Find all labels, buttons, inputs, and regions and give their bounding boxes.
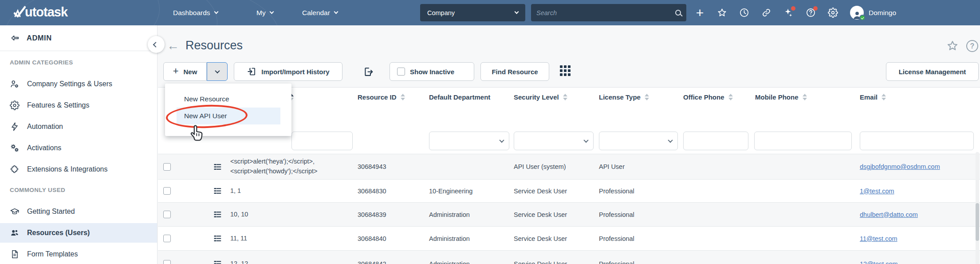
gears-icon	[10, 143, 20, 153]
license-type: API User	[596, 163, 681, 170]
resource-name: 12, 12	[226, 259, 355, 264]
sidebar-item-label: Resources (Users)	[27, 229, 90, 237]
page-help-icon[interactable]: ?	[966, 40, 978, 52]
search-input[interactable]	[536, 9, 672, 16]
sidebar-item-resources-users[interactable]: Resources (Users)	[0, 223, 157, 243]
chevron-down-icon	[269, 10, 274, 14]
show-inactive-checkbox[interactable]	[397, 68, 405, 76]
sidebar-item-form-templates[interactable]: Form Templates	[0, 244, 157, 264]
column-header-office-phone[interactable]: Office Phone	[681, 93, 752, 101]
column-header-resource-id[interactable]: Resource ID	[355, 93, 426, 101]
sort-indicator[interactable]	[563, 94, 567, 100]
nav-menu-my[interactable]: My	[256, 0, 273, 25]
search-icon[interactable]	[675, 10, 681, 16]
sidebar-item-getting-started[interactable]: Getting Started	[0, 202, 157, 221]
chevron-down-icon	[214, 10, 218, 14]
add-icon[interactable]: +	[695, 8, 705, 18]
sidebar-item-features-settings[interactable]: Features & Settings	[0, 96, 157, 115]
nav-menu-calendar[interactable]: Calendar	[302, 0, 338, 25]
name-filter-input[interactable]	[291, 132, 353, 150]
row-context-menu-icon[interactable]	[213, 187, 222, 195]
email-filter-input[interactable]	[860, 132, 974, 150]
column-header-mobile-phone[interactable]: Mobile Phone	[752, 93, 857, 101]
office-phone-filter-input[interactable]	[683, 132, 748, 150]
mobile-phone-filter-input[interactable]	[754, 132, 852, 150]
autotask-logo[interactable]: utotask	[12, 4, 67, 20]
links-icon[interactable]	[761, 8, 771, 18]
column-header-security-level[interactable]: Security Level	[511, 93, 596, 101]
history-clock-icon[interactable]	[739, 8, 749, 18]
sidebar-item-activations[interactable]: Activations	[0, 138, 157, 158]
sidebar-item-company-settings-users[interactable]: Company Settings & Users	[0, 74, 157, 94]
sidebar-header-admin[interactable]: ADMIN	[0, 25, 157, 51]
puzzle-icon	[10, 164, 20, 174]
logo-check-icon	[12, 4, 27, 20]
company-select-label: Company	[427, 9, 455, 16]
sidebar-collapse-button[interactable]	[148, 36, 165, 53]
security-level: Service Desk User	[511, 211, 596, 218]
menu-item-new-resource[interactable]: New Resource	[165, 91, 291, 108]
column-header-license-type[interactable]: License Type	[596, 93, 681, 101]
row-context-menu-icon[interactable]	[213, 210, 222, 219]
sidebar-item-extensions-integrations[interactable]: Extensions & Integrations	[0, 160, 157, 179]
row-checkbox[interactable]	[163, 260, 171, 264]
favorite-page-star-icon[interactable]	[946, 40, 959, 54]
column-chooser-grid-icon[interactable]	[560, 65, 571, 76]
nav-menu-dashboards[interactable]: Dashboards	[173, 0, 218, 25]
export-button[interactable]	[363, 66, 374, 79]
resource-id: 30684830	[355, 188, 426, 195]
row-checkbox[interactable]	[163, 187, 171, 195]
sort-indicator[interactable]	[803, 94, 807, 100]
page-back-arrow[interactable]: ←	[167, 39, 179, 53]
chevron-down-icon	[215, 68, 220, 73]
email-link[interactable]: 1@test.com	[860, 188, 894, 195]
favorites-star-icon[interactable]	[717, 8, 727, 18]
copilot-sparkle-icon[interactable]	[783, 8, 794, 18]
security-level-filter-select[interactable]	[514, 132, 594, 150]
user-avatar[interactable]	[850, 6, 864, 20]
column-header-default-department[interactable]: Default Department	[426, 93, 511, 101]
default-department-filter-select[interactable]	[429, 132, 509, 150]
new-button[interactable]: + New	[163, 62, 207, 81]
license-type: Professional	[596, 188, 681, 195]
email-link[interactable]: 12@test.com	[860, 260, 898, 264]
license-type-filter-select[interactable]	[599, 132, 678, 150]
sidebar-item-label: Features & Settings	[27, 101, 90, 109]
sidebar-item-automation[interactable]: Automation	[0, 117, 157, 136]
security-level: Service Desk User	[511, 235, 596, 242]
row-context-menu-icon[interactable]	[213, 163, 222, 171]
resource-name: <script>alert('heya');</script>, <script…	[226, 157, 355, 176]
email-link[interactable]: dhulbert@datto.com	[860, 211, 918, 218]
row-context-menu-icon[interactable]	[213, 234, 222, 243]
find-resource-label: Find Resource	[492, 68, 538, 76]
gear-icon	[10, 100, 20, 110]
user-name[interactable]: Domingo	[869, 9, 896, 17]
row-checkbox[interactable]	[163, 211, 171, 218]
table-scrollbar-thumb[interactable]	[976, 203, 979, 241]
license-management-button[interactable]: License Management	[886, 62, 979, 81]
email-link[interactable]: dsgjbofdgnmo@osdnm.com	[860, 163, 940, 170]
settings-gear-icon[interactable]	[828, 8, 838, 18]
sort-indicator[interactable]	[401, 94, 405, 100]
new-dropdown-toggle[interactable]	[207, 62, 228, 81]
row-checkbox[interactable]	[163, 235, 171, 242]
company-search-category-select[interactable]: Company	[420, 4, 525, 21]
find-resource-button[interactable]: Find Resource	[480, 62, 549, 81]
help-icon[interactable]	[806, 8, 816, 18]
row-context-menu-icon[interactable]	[213, 260, 222, 264]
email-link[interactable]: 11@test.com	[860, 235, 897, 242]
table-row: 1, 1 30684830 10-Engineering Service Des…	[158, 179, 980, 202]
logo-text: utotask	[25, 5, 67, 20]
export-icon	[363, 66, 374, 77]
sort-indicator[interactable]	[882, 94, 886, 100]
back-arrow-icon	[10, 33, 20, 43]
sort-indicator[interactable]	[728, 94, 733, 100]
menu-item-new-api-user[interactable]: New API User	[177, 108, 280, 124]
show-inactive-toggle[interactable]: Show Inactive	[390, 62, 474, 81]
column-header-email[interactable]: Email	[857, 93, 980, 101]
navbar-icon-row: + Domingo	[695, 0, 896, 25]
sort-indicator[interactable]	[645, 94, 649, 100]
row-checkbox[interactable]	[163, 163, 171, 171]
table-row: 11, 11 30684840 Administration Service D…	[158, 226, 980, 250]
import-button[interactable]: Import/Import History	[234, 62, 342, 81]
